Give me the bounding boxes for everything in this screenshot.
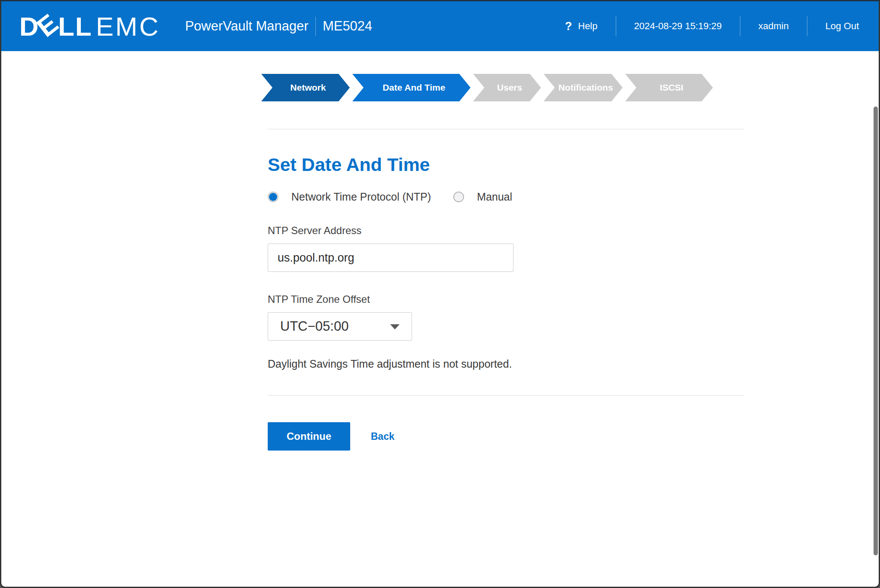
page-title: Set Date And Time	[268, 154, 744, 175]
app-header: DELL EMC PowerVault Manager ME5024 ? Hel…	[1, 1, 879, 51]
radio-manual-label: Manual	[477, 191, 512, 203]
powervault-manager-window: DELL EMC PowerVault Manager ME5024 ? Hel…	[0, 0, 880, 588]
dell-emc-logo: DELL EMC	[19, 11, 160, 42]
dst-note: Daylight Savings Time adjustment is not …	[268, 358, 744, 370]
title-divider	[315, 17, 316, 36]
model-number: ME5024	[323, 18, 372, 34]
top-divider	[268, 129, 744, 129]
wizard-step-users[interactable]: Users	[473, 74, 541, 101]
app-title: PowerVault Manager	[185, 18, 309, 34]
wizard-step-notifications[interactable]: Notifications	[544, 74, 623, 101]
radio-manual-unselected[interactable]	[453, 192, 464, 202]
timezone-select[interactable]: UTC−05:00	[268, 312, 412, 341]
app-title-group: PowerVault Manager ME5024	[185, 17, 373, 36]
dell-logo-text: DELL	[19, 11, 92, 42]
header-divider	[740, 16, 740, 36]
time-mode-radio-group: Network Time Protocol (NTP) Manual	[268, 191, 744, 203]
radio-option-ntp[interactable]: Network Time Protocol (NTP)	[268, 191, 431, 203]
continue-button[interactable]: Continue	[268, 422, 350, 451]
back-link[interactable]: Back	[371, 431, 394, 442]
help-label: Help	[578, 21, 597, 32]
timezone-selected-value: UTC−05:00	[280, 319, 348, 334]
radio-option-manual[interactable]: Manual	[453, 191, 512, 203]
system-timestamp: 2024-08-29 15:19:29	[634, 21, 722, 32]
logged-in-username: xadmin	[758, 21, 789, 32]
header-divider	[616, 16, 616, 36]
help-icon: ?	[565, 20, 572, 33]
ntp-server-label: NTP Server Address	[268, 225, 744, 237]
radio-ntp-selected[interactable]	[268, 192, 278, 202]
radio-ntp-label: Network Time Protocol (NTP)	[291, 191, 431, 203]
header-actions: ? Help 2024-08-29 15:19:29 xadmin Log Ou…	[565, 16, 859, 36]
wizard-step-network[interactable]: Network	[261, 74, 350, 101]
bottom-divider	[268, 395, 744, 396]
wizard-step-date-and-time[interactable]: Date And Time	[352, 74, 471, 101]
wizard-step-iscsi[interactable]: ISCSI	[625, 74, 713, 101]
help-button[interactable]: ? Help	[565, 20, 598, 33]
header-divider	[807, 16, 807, 36]
chevron-down-icon	[390, 324, 400, 329]
wizard-panel: Set Date And Time Network Time Protocol …	[268, 129, 744, 451]
setup-wizard-breadcrumb: Network Date And Time Users Notification…	[261, 74, 879, 101]
logout-button[interactable]: Log Out	[825, 21, 859, 32]
wizard-actions: Continue Back	[268, 422, 744, 451]
ntp-server-input[interactable]	[268, 244, 513, 272]
emc-logo-text: EMC	[96, 11, 160, 42]
vertical-scrollbar-thumb[interactable]	[874, 107, 878, 555]
timezone-label: NTP Time Zone Offset	[268, 293, 744, 305]
